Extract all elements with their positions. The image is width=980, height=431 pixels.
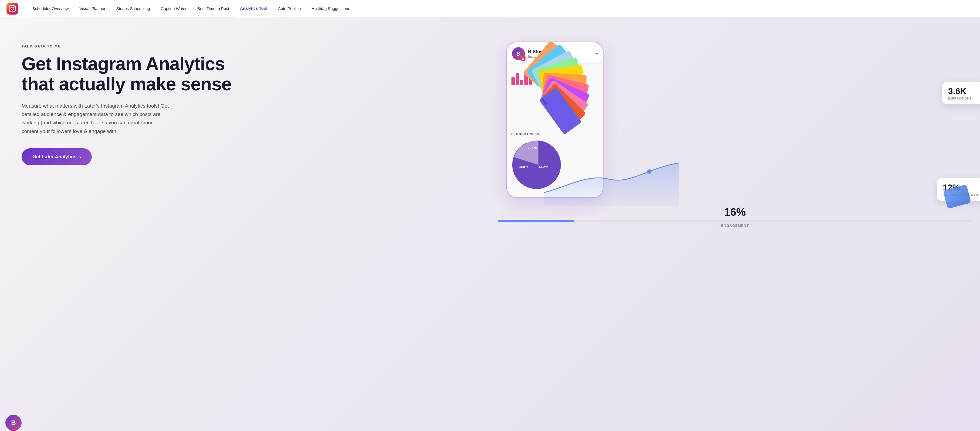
nav-best-time-to-post[interactable]: Best Time to Post [192,0,235,17]
demographics-label: DEMOGRAPHICS [511,132,598,136]
nav-scheduler-overview[interactable]: Scheduler Overview [27,0,74,17]
dropdown-arrow-icon[interactable]: ▾ [596,52,598,56]
hero-right: B B Studio Instagram ▾ [490,33,980,222]
nav-analytics-tool[interactable]: Analytics Tool [235,0,273,17]
hero-left: TALK DATA TO ME Get Instagram Analytics … [0,33,490,182]
wave-fill [544,163,679,206]
bar-1 [511,77,515,85]
impressions-card: 3.6K IMPRESSIONS [942,82,980,105]
instagram-icon [9,5,16,12]
bar-2 [516,73,519,85]
engagement-label: ENGAGEMENT [498,223,972,228]
hero-eyebrow: TALK DATA TO ME [22,44,474,48]
cta-button[interactable]: Get Later Analytics › [22,148,92,165]
avatar: B [512,47,525,60]
nav-auto-publish[interactable]: Auto Publish [273,0,306,17]
nav-logo [6,3,18,14]
engagement-bar-track [498,220,972,222]
wave-svg [544,152,679,206]
pie-label-1: 72.0% [528,146,538,150]
engagement-section: 16% ENGAGEMENT [498,206,972,228]
nav-links: Scheduler Overview Visual Planner Storie… [27,0,974,17]
nav-stories-scheduling[interactable]: Stories Scheduling [111,0,156,17]
impressions-value: 3.6K [948,86,980,96]
cta-arrow-icon: › [79,154,81,160]
pie-label-2: 14.8% [518,165,528,169]
nav-caption-writer[interactable]: Caption Writer [156,0,192,17]
instagram-badge [521,56,525,61]
engagement-bar-fill [498,220,574,222]
engagement-value: 16% [498,206,972,218]
bar-3 [520,80,523,85]
hero-title: Get Instagram Analytics that actually ma… [22,54,474,94]
bottom-avatar: B [5,415,22,431]
wave-chart [544,152,980,206]
hero-section: TALK DATA TO ME Get Instagram Analytics … [0,17,980,431]
cta-label: Get Later Analytics [32,154,76,160]
wave-dot [647,170,652,174]
impressions-label: IMPRESSIONS [948,97,980,100]
navbar: Scheduler Overview Visual Planner Storie… [0,0,980,17]
nav-hashtag-suggestions[interactable]: Hashtag Suggestions [306,0,356,17]
hero-description: Measure what matters with Later's Instag… [22,102,173,135]
nav-visual-planner[interactable]: Visual Planner [74,0,111,17]
